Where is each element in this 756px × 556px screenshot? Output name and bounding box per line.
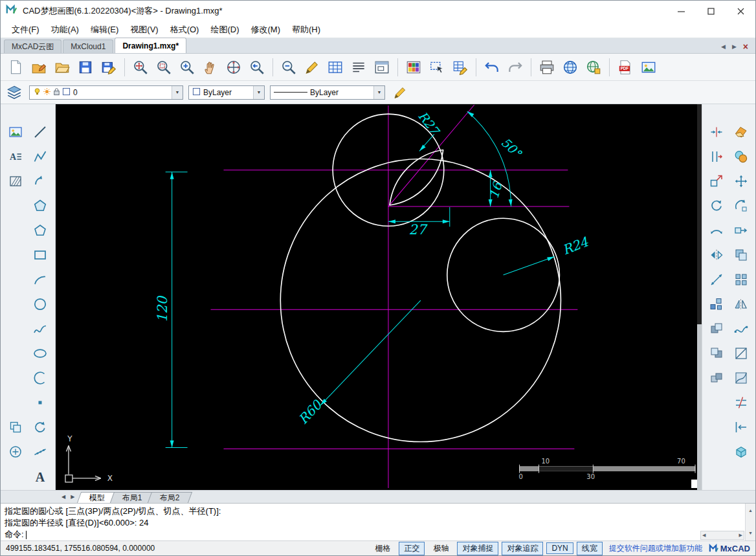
modify-stretch-icon[interactable] [731, 221, 751, 240]
scroll-left-icon[interactable]: ◀ [702, 529, 706, 541]
toolbar-redo-icon[interactable] [504, 56, 526, 78]
feedback-link[interactable]: 提交软件问题或增加新功能 [606, 543, 705, 554]
doc-tab-1[interactable]: MxCAD云图 [4, 39, 61, 53]
canvas-vertical-scrollbar[interactable] [697, 104, 702, 490]
modify-rotate2-icon[interactable] [731, 196, 751, 216]
command-window[interactable]: 指定圆的圆心或 [三点(3P)/两点(2P)/切点、切点、半径(T)]:指定圆的… [1, 503, 755, 540]
toolbar-table-edit-icon[interactable] [449, 56, 471, 78]
modify-order-back-icon[interactable] [707, 319, 726, 339]
modify-erase-icon[interactable] [731, 122, 751, 142]
modify-explode-icon[interactable] [707, 295, 726, 314]
draw-polyline-icon[interactable] [30, 147, 50, 166]
doc-tab-2[interactable]: MxCloud1 [63, 39, 113, 53]
toolbar-web-icon[interactable] [583, 56, 605, 78]
toolbar-print-icon[interactable] [536, 56, 558, 78]
toolbar-image-icon[interactable] [638, 56, 660, 78]
layout-scroll-right-icon[interactable]: ▶ [68, 494, 77, 500]
menu-item-1[interactable]: 文件(F) [6, 22, 45, 38]
draw-divide-icon[interactable] [30, 442, 50, 461]
menu-item-5[interactable]: 格式(O) [164, 22, 205, 38]
menu-item-4[interactable]: 视图(V) [124, 22, 164, 38]
modify-undo-rotate-icon[interactable] [707, 196, 726, 216]
toolbar-zoom-extents-icon[interactable] [129, 56, 151, 78]
toolbar-new-icon[interactable] [5, 56, 27, 78]
toolbar-zoom-all-icon[interactable] [223, 56, 245, 78]
status-toggle-4[interactable]: 对象捕捉 [457, 542, 498, 555]
toolbar-mtext-icon[interactable] [348, 56, 370, 78]
toolbar-undo-icon[interactable] [481, 56, 503, 78]
toolbar-zoom-in-icon[interactable] [176, 56, 198, 78]
draw-point-icon[interactable] [30, 393, 50, 412]
modify-measure-icon[interactable] [707, 270, 726, 289]
toolbar-pdf-icon[interactable]: PDF [614, 56, 636, 78]
modify-array-icon[interactable] [731, 270, 751, 289]
modify-extend-icon[interactable] [731, 417, 751, 437]
draw-pentagon-icon[interactable] [30, 221, 50, 240]
modify-hatch-edit-icon[interactable] [731, 344, 751, 363]
maximize-button[interactable] [696, 1, 726, 21]
toolbar-save-as-icon[interactable] [98, 56, 120, 78]
draw-arc-icon[interactable] [30, 270, 50, 289]
toolbar-open-sheet-icon[interactable] [28, 56, 50, 78]
draw-circle-icon[interactable] [30, 295, 50, 314]
tab-scroll-right-icon[interactable]: ▶ [730, 43, 739, 50]
layer-select[interactable]: 0 ▼ [29, 85, 183, 100]
linetype-select[interactable]: ByLayer ▼ [270, 85, 385, 100]
color-select[interactable]: ByLayer ▼ [188, 85, 265, 100]
draw-polygon-icon[interactable] [30, 196, 50, 216]
modify-scale-icon[interactable] [707, 172, 726, 191]
modify-offset-icon[interactable] [707, 147, 726, 166]
linetype-dropdown-caret-icon[interactable]: ▼ [373, 86, 384, 99]
draw-region-icon[interactable] [6, 442, 25, 461]
toolbar-palette-icon[interactable] [403, 56, 425, 78]
modify-mirror-line-icon[interactable] [707, 245, 726, 265]
drawing-canvas[interactable]: 120271650°R27R24R60YX1070030 [56, 104, 702, 490]
tab-close-icon[interactable]: × [741, 43, 750, 50]
modify-order-mid-icon[interactable] [707, 368, 726, 388]
draw-image-icon[interactable] [6, 122, 25, 142]
toolbar-pencil-icon[interactable] [301, 56, 323, 78]
draw-text-large-icon[interactable]: A [30, 467, 50, 486]
draw-sketch-icon[interactable] [30, 172, 50, 191]
canvas-scroll-thumb[interactable] [697, 324, 702, 490]
status-toggle-1[interactable]: 栅格 [370, 542, 395, 555]
status-toggle-7[interactable]: 线宽 [577, 542, 603, 555]
modify-copy2-icon[interactable] [731, 245, 751, 265]
toolbar-zoom-window-icon[interactable] [153, 56, 175, 78]
toolbar-views-icon[interactable] [371, 56, 393, 78]
menu-item-7[interactable]: 修改(M) [245, 22, 286, 38]
modify-solid-3d-icon[interactable] [731, 442, 751, 461]
menu-item-8[interactable]: 帮助(H) [286, 22, 326, 38]
toolbar-zoom-out-icon[interactable] [278, 56, 300, 78]
modify-gradient-icon[interactable] [731, 368, 751, 388]
draw-arc2-icon[interactable] [30, 368, 50, 388]
layout-tab-3[interactable]: 布局2 [148, 492, 192, 503]
toolbar-web-publish-icon[interactable] [559, 56, 581, 78]
draw-rotate-icon[interactable] [30, 417, 50, 437]
toolbar-open-icon[interactable] [51, 56, 73, 78]
toolbar-table-icon[interactable] [324, 56, 346, 78]
layer-dropdown-caret-icon[interactable]: ▼ [172, 86, 183, 99]
status-toggle-2[interactable]: 正交 [399, 542, 425, 555]
draw-copy-icon[interactable] [6, 417, 25, 437]
draw-text-format-icon[interactable]: A [6, 147, 25, 166]
modify-match-prop-icon[interactable] [731, 147, 751, 166]
scroll-right-icon[interactable]: ▶ [739, 529, 742, 541]
status-toggle-3[interactable]: 极轴 [428, 542, 454, 555]
modify-order-front-icon[interactable] [707, 344, 726, 363]
linetype-edit-icon[interactable] [390, 83, 410, 102]
status-toggle-6[interactable]: DYN [546, 542, 573, 554]
minimize-button[interactable] [666, 1, 696, 21]
command-prompt-row[interactable]: 命令: [5, 529, 751, 540]
status-toggle-5[interactable]: 对象追踪 [502, 542, 543, 555]
modify-mirror-icon[interactable] [731, 295, 751, 314]
toolbar-select-icon[interactable] [426, 56, 448, 78]
modify-trim-icon[interactable] [731, 393, 751, 412]
command-vertical-scrollbar[interactable]: ▲ ▼ [745, 504, 755, 540]
layers-manager-icon[interactable] [5, 83, 24, 102]
toolbar-pan-icon[interactable] [199, 56, 221, 78]
draw-rectangle-icon[interactable] [30, 245, 50, 265]
doc-tab-3[interactable]: Drawing1.mxg* [115, 38, 186, 53]
menu-item-3[interactable]: 编辑(E) [85, 22, 124, 38]
draw-hatch-icon[interactable] [6, 172, 25, 191]
